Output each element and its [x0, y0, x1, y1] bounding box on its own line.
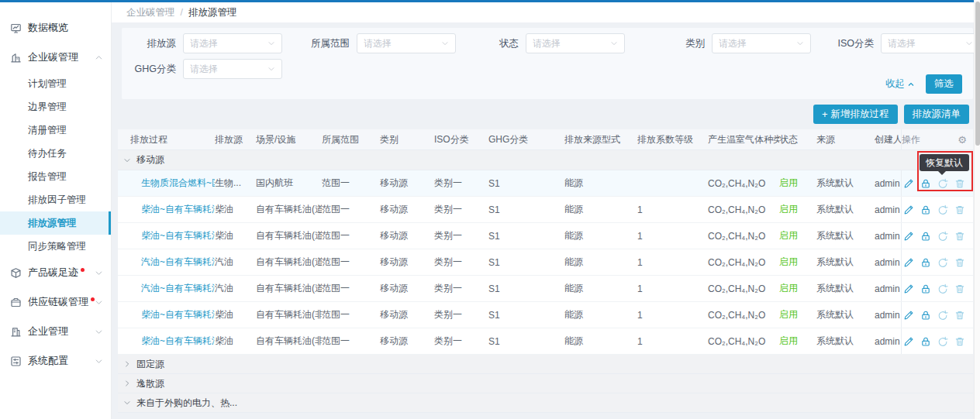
filter-button[interactable]: 筛选 — [926, 74, 962, 94]
edit-icon[interactable] — [903, 178, 914, 189]
restore-icon[interactable] — [937, 204, 948, 215]
lock-icon[interactable] — [920, 283, 931, 294]
add-emission-process-button[interactable]: + 新增排放过程 — [813, 105, 898, 124]
table-cell: 汽油 — [215, 282, 256, 295]
table-cell: S1 — [488, 257, 564, 268]
sidebar-item-label: 数据概览 — [28, 21, 68, 35]
sidebar-item-11[interactable]: 产品碳足迹 — [0, 258, 111, 287]
table-cell: 范围一 — [322, 229, 380, 242]
column-header: 排放源 — [215, 133, 256, 146]
edit-icon[interactable] — [903, 231, 914, 242]
table-cell: 范围一 — [322, 308, 380, 321]
delete-icon[interactable] — [954, 257, 965, 268]
sidebar-item-2[interactable]: 企业碳管理 — [0, 43, 111, 72]
emission-process-link[interactable]: 柴油~自有车辆耗油... — [118, 335, 215, 348]
sidebar-item-label: 计划管理 — [28, 77, 67, 91]
sidebar-item-1[interactable]: 数据概览 — [0, 13, 111, 43]
restore-icon[interactable] — [937, 257, 948, 268]
group-row-逸散源[interactable]: 逸散源 — [118, 374, 973, 393]
emission-process-link[interactable]: 生物质混合燃料~国... — [118, 177, 215, 190]
restore-icon[interactable] — [937, 283, 948, 294]
sidebar-item-label: 产品碳足迹 — [28, 266, 78, 280]
status-badge: 启用 — [779, 308, 816, 321]
emission-process-link[interactable]: 柴油~自有车辆耗油... — [118, 203, 215, 216]
sidebar-item-12[interactable]: 供应链碳管理 — [0, 287, 111, 317]
table-cell: 自有车辆耗油(非... — [256, 308, 322, 321]
column-header: 排放系数等级 — [637, 133, 708, 146]
column-header: 状态 — [779, 133, 816, 146]
table-cell: 类别一 — [434, 308, 488, 321]
plus-icon: + — [822, 108, 828, 120]
delete-icon[interactable] — [954, 336, 965, 347]
group-row-固定源[interactable]: 固定源 — [118, 355, 973, 374]
filter-select-排放源[interactable]: 请选择 — [183, 33, 282, 53]
status-badge: 启用 — [779, 335, 816, 348]
sidebar-item-10[interactable]: 同步策略管理 — [0, 235, 111, 258]
restore-icon[interactable] — [937, 231, 948, 242]
scrollbar-thumb[interactable] — [975, 2, 980, 146]
sidebar-item-9[interactable]: 排放源管理 — [0, 211, 111, 235]
table-cell: 自有车辆耗油(道... — [256, 282, 322, 295]
filter-label: 所属范围 — [303, 37, 350, 50]
emission-process-link[interactable]: 柴油~自有车辆耗油... — [118, 308, 215, 321]
restore-icon[interactable] — [937, 336, 948, 347]
filter-select-ISO分类[interactable]: 请选择 — [881, 33, 980, 53]
breadcrumb-parent[interactable]: 企业碳管理 — [126, 6, 175, 19]
chevron-down-icon — [267, 39, 275, 47]
filter-select-状态[interactable]: 请选择 — [526, 33, 625, 53]
lock-icon[interactable] — [920, 257, 931, 268]
emission-process-link[interactable]: 汽油~自有车辆耗油... — [118, 282, 215, 295]
chevron-right-icon — [123, 360, 131, 368]
sidebar-item-7[interactable]: 报告管理 — [0, 165, 111, 188]
filter-select-GHG分类[interactable]: 请选择 — [183, 59, 282, 79]
group-row-移动源[interactable]: 移动源 — [118, 150, 973, 170]
sidebar-item-4[interactable]: 边界管理 — [0, 95, 111, 118]
chevron-down-icon — [610, 39, 618, 47]
filter-select-类别[interactable]: 请选择 — [712, 33, 811, 53]
table-cell: S1 — [488, 283, 564, 294]
lock-icon[interactable] — [920, 310, 931, 321]
edit-icon[interactable] — [903, 257, 914, 268]
edit-icon[interactable] — [903, 336, 914, 347]
chevron-down-icon — [123, 156, 131, 164]
sidebar-item-14[interactable]: 系统配置 — [0, 346, 111, 376]
table-row: 生物质混合燃料~国...生物...国内航班范围一移动源类别一S1能源CO₂,CH… — [118, 170, 973, 197]
sidebar-item-label: 边界管理 — [28, 101, 67, 114]
sidebar-item-6[interactable]: 待办任务 — [0, 142, 111, 165]
table-cell: 类别一 — [434, 229, 488, 242]
table-cell: CO₂,CH₄,N₂O — [708, 257, 779, 268]
sidebar-item-3[interactable]: 计划管理 — [0, 72, 111, 95]
restore-icon[interactable] — [937, 310, 948, 321]
lock-icon[interactable] — [920, 231, 931, 242]
sidebar-item-8[interactable]: 排放因子管理 — [0, 188, 111, 211]
chevron-down-icon — [95, 357, 103, 366]
sidebar-item-5[interactable]: 清册管理 — [0, 118, 111, 142]
column-settings-gear-icon[interactable]: ⚙ — [958, 135, 967, 145]
emission-source-list-button[interactable]: 排放源清单 — [904, 105, 970, 124]
filter-select-所属范围[interactable]: 请选择 — [357, 33, 456, 53]
collapse-link[interactable]: 收起 — [885, 77, 915, 91]
chevron-right-icon — [123, 380, 131, 387]
lock-icon[interactable] — [920, 336, 931, 347]
emission-process-link[interactable]: 汽油~自有车辆耗油... — [118, 256, 215, 269]
lock-icon[interactable] — [920, 204, 931, 215]
delete-icon[interactable] — [954, 283, 965, 294]
table-cell: 范围一 — [322, 256, 380, 269]
table-cell: CO₂,CH₄,N₂O — [708, 231, 779, 242]
table-cell: 1 — [637, 283, 708, 294]
edit-icon[interactable] — [903, 310, 914, 321]
table-cell: 能源 — [564, 335, 637, 348]
table-cell: 类别一 — [434, 282, 488, 295]
column-header: 排放过程 — [118, 133, 215, 146]
delete-icon[interactable] — [954, 204, 965, 215]
delete-icon[interactable] — [954, 231, 965, 242]
table-cell: 系统默认 — [816, 203, 875, 216]
sidebar-item-label: 同步策略管理 — [28, 240, 86, 253]
sidebar-item-13[interactable]: 企业管理 — [0, 317, 111, 346]
edit-icon[interactable] — [903, 283, 914, 294]
table-row: 柴油~自有车辆耗油...柴油自有车辆耗油(道...范围一移动源类别一S1能源1C… — [118, 197, 973, 223]
edit-icon[interactable] — [903, 204, 914, 215]
group-row-来自于外购的电力、热...[interactable]: 来自于外购的电力、热... — [118, 393, 973, 413]
emission-process-link[interactable]: 柴油~自有车辆耗油... — [118, 229, 215, 242]
delete-icon[interactable] — [954, 310, 965, 321]
